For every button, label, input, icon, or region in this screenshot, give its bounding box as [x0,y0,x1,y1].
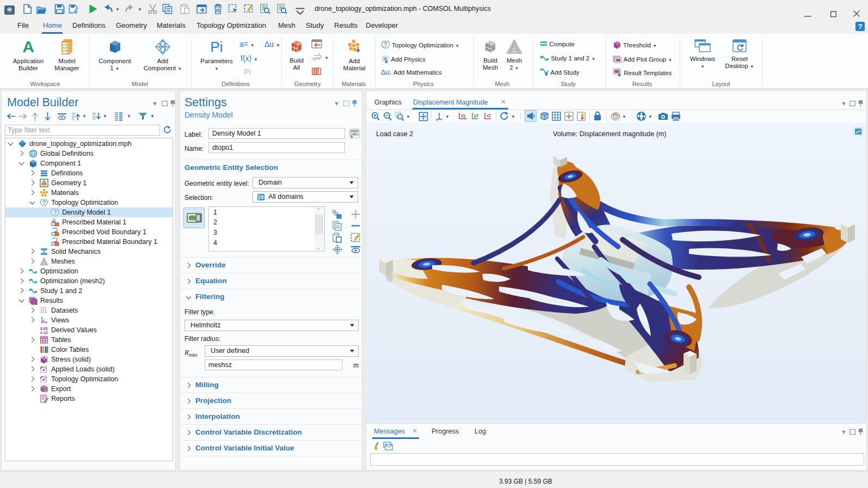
svg-text:xy: xy [461,113,466,118]
svg-text:yz: yz [474,113,479,118]
svg-text:xz: xz [487,113,491,118]
svg-text:?: ? [384,41,387,48]
